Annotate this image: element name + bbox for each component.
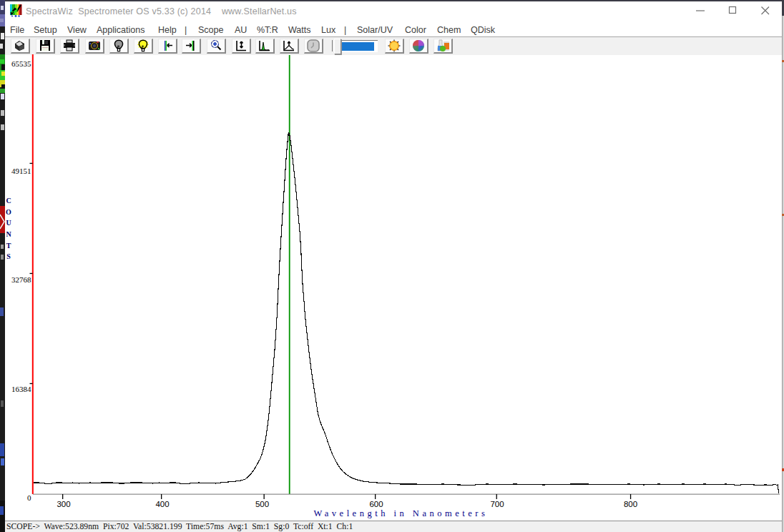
svg-text:T: T bbox=[6, 242, 11, 250]
svg-text:0: 0 bbox=[27, 493, 31, 502]
svg-text:S: S bbox=[6, 252, 11, 260]
svg-text:U: U bbox=[6, 219, 11, 227]
svg-text:700: 700 bbox=[490, 500, 504, 508]
svg-text:16384: 16384 bbox=[11, 385, 31, 393]
svg-text:N: N bbox=[6, 230, 11, 238]
svg-text:400: 400 bbox=[155, 500, 169, 508]
svg-text:49151: 49151 bbox=[11, 167, 31, 175]
svg-text:500: 500 bbox=[255, 500, 269, 508]
svg-text:600: 600 bbox=[369, 500, 383, 508]
svg-text:800: 800 bbox=[624, 500, 637, 508]
svg-text:65535: 65535 bbox=[11, 59, 31, 68]
svg-text:O: O bbox=[6, 208, 11, 216]
svg-text:Wavelength in Nanometers: Wavelength in Nanometers bbox=[314, 508, 489, 518]
svg-text:C: C bbox=[6, 197, 11, 205]
svg-text:32768: 32768 bbox=[11, 275, 31, 284]
svg-text:300: 300 bbox=[57, 500, 70, 508]
